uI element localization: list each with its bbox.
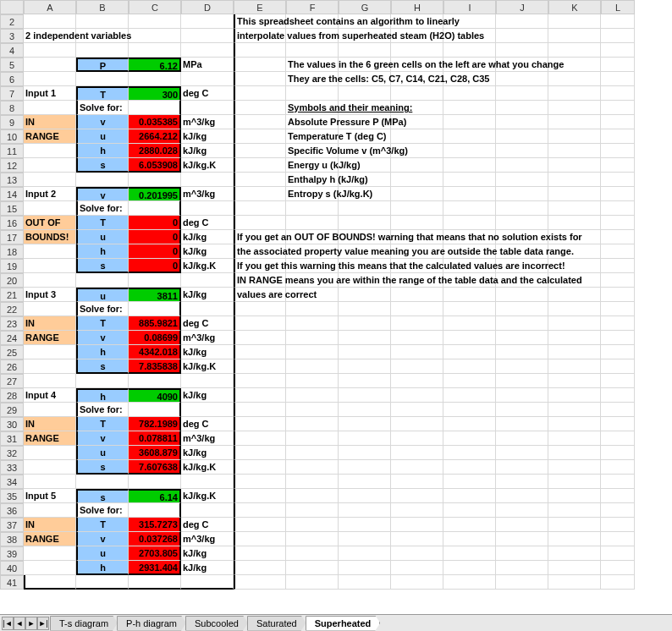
row-header[interactable]: 4 <box>0 43 24 58</box>
cell[interactable] <box>601 417 635 431</box>
cell[interactable] <box>391 460 443 475</box>
cell[interactable] <box>339 561 391 575</box>
cell[interactable] <box>443 532 496 546</box>
cell[interactable] <box>286 561 339 575</box>
cell[interactable] <box>391 489 443 503</box>
cell[interactable] <box>181 14 234 29</box>
cell[interactable] <box>24 173 76 187</box>
cell[interactable] <box>496 403 548 417</box>
cell[interactable] <box>496 460 548 475</box>
cell[interactable] <box>548 216 601 230</box>
cell[interactable] <box>496 173 548 187</box>
cell[interactable] <box>234 431 286 446</box>
cell[interactable] <box>339 216 391 230</box>
cell[interactable] <box>234 374 286 388</box>
cell[interactable] <box>391 216 443 230</box>
cell[interactable] <box>286 345 339 359</box>
cell[interactable] <box>443 388 496 403</box>
row-header[interactable]: 7 <box>0 86 24 101</box>
cell[interactable] <box>548 403 601 417</box>
cell[interactable] <box>496 86 548 101</box>
cell[interactable] <box>339 86 391 101</box>
cell[interactable] <box>601 532 635 546</box>
cell[interactable] <box>496 518 548 532</box>
col-header[interactable]: C <box>129 0 181 14</box>
row-header[interactable]: 23 <box>0 316 24 331</box>
col-header[interactable]: E <box>234 0 286 14</box>
cell[interactable] <box>601 518 635 532</box>
cell[interactable] <box>339 403 391 417</box>
cell[interactable] <box>129 14 181 29</box>
row-header[interactable]: 40 <box>0 561 24 575</box>
cell[interactable] <box>286 86 339 101</box>
cell[interactable] <box>129 273 181 288</box>
cell[interactable] <box>391 129 443 144</box>
cell[interactable] <box>339 431 391 446</box>
row-header[interactable]: 11 <box>0 144 24 158</box>
cell[interactable] <box>339 532 391 546</box>
cell[interactable] <box>391 187 443 201</box>
cell[interactable] <box>391 417 443 431</box>
cell[interactable] <box>24 58 76 72</box>
cell[interactable] <box>24 546 76 561</box>
cell[interactable] <box>601 388 635 403</box>
cell[interactable] <box>443 201 496 216</box>
cell[interactable] <box>548 43 601 58</box>
param-input[interactable]: 6.14 <box>129 489 181 503</box>
cell[interactable] <box>443 86 496 101</box>
cell[interactable] <box>548 115 601 129</box>
cell[interactable] <box>496 575 548 590</box>
cell[interactable] <box>443 431 496 446</box>
cell[interactable] <box>391 173 443 187</box>
cell[interactable] <box>234 86 286 101</box>
cell[interactable] <box>391 532 443 546</box>
param-input[interactable]: 0.201995 <box>129 187 181 201</box>
row-header[interactable]: 31 <box>0 431 24 446</box>
cell[interactable] <box>286 316 339 331</box>
cell[interactable] <box>496 446 548 460</box>
cell[interactable] <box>339 288 391 302</box>
cell[interactable] <box>24 158 76 173</box>
cell[interactable] <box>496 331 548 345</box>
cell[interactable] <box>234 144 286 158</box>
cell[interactable] <box>181 101 234 115</box>
col-header[interactable]: K <box>548 0 601 14</box>
cell[interactable] <box>234 316 286 331</box>
cell[interactable] <box>496 302 548 316</box>
cell[interactable] <box>391 158 443 173</box>
cell[interactable] <box>181 403 234 417</box>
cell[interactable] <box>234 417 286 431</box>
cell[interactable] <box>496 29 548 43</box>
cell[interactable] <box>234 129 286 144</box>
col-header[interactable]: D <box>181 0 234 14</box>
cell[interactable] <box>601 86 635 101</box>
row-header[interactable]: 3 <box>0 29 24 43</box>
row-header[interactable]: 29 <box>0 403 24 417</box>
cell[interactable] <box>234 158 286 173</box>
row-header[interactable]: 13 <box>0 173 24 187</box>
cell[interactable] <box>24 201 76 216</box>
cell[interactable] <box>548 187 601 201</box>
row-header[interactable]: 33 <box>0 460 24 475</box>
cell[interactable] <box>601 129 635 144</box>
cell[interactable] <box>601 101 635 115</box>
cell[interactable] <box>496 101 548 115</box>
cell[interactable] <box>548 173 601 187</box>
cell[interactable] <box>496 374 548 388</box>
cell[interactable] <box>496 43 548 58</box>
cell[interactable] <box>339 345 391 359</box>
cell[interactable] <box>234 201 286 216</box>
cell[interactable] <box>234 489 286 503</box>
cell[interactable] <box>234 359 286 374</box>
cell[interactable] <box>286 475 339 489</box>
row-header[interactable]: 17 <box>0 230 24 244</box>
cell[interactable] <box>234 388 286 403</box>
cell[interactable] <box>443 345 496 359</box>
cell[interactable] <box>601 259 635 273</box>
row-header[interactable]: 24 <box>0 331 24 345</box>
cell[interactable] <box>601 345 635 359</box>
cell[interactable] <box>286 532 339 546</box>
cell[interactable] <box>548 345 601 359</box>
row-header[interactable]: 12 <box>0 158 24 173</box>
cell[interactable] <box>548 546 601 561</box>
